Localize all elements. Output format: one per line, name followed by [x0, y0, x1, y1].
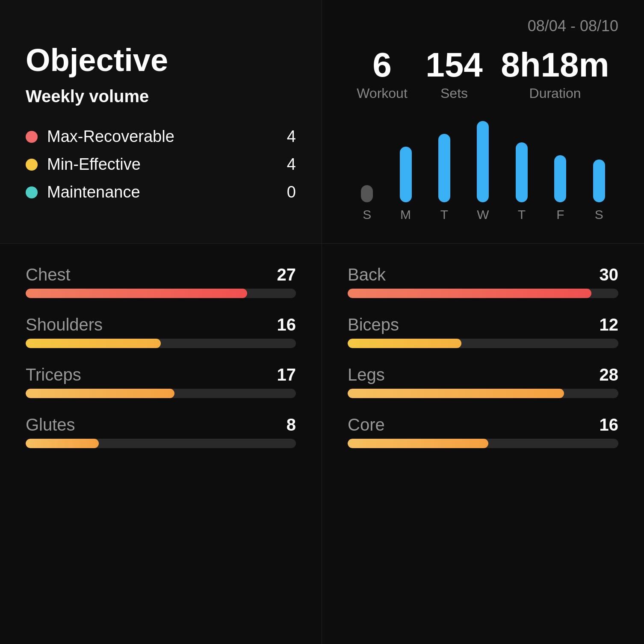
muscle-item-chest: Chest 27 [26, 265, 296, 298]
muscle-name-glutes: Glutes [26, 415, 75, 434]
day-col-1: M [400, 147, 412, 222]
muscle-bar-fill-chest [26, 289, 247, 298]
day-label-2: T [440, 207, 448, 222]
muscle-count-shoulders: 16 [277, 315, 296, 334]
muscle-name-chest: Chest [26, 265, 71, 284]
legend-count-max-recoverable: 4 [287, 127, 296, 146]
top-section: Objective Weekly volume Max-Recoverable … [0, 0, 644, 244]
day-col-5: F [554, 155, 566, 222]
legend-count-min-effective: 4 [287, 155, 296, 174]
day-label-0: S [363, 207, 371, 222]
muscle-count-glutes: 8 [287, 415, 296, 434]
muscle-count-back: 30 [600, 265, 619, 284]
objective-title: Objective [26, 42, 296, 78]
muscle-name-legs: Legs [348, 365, 385, 384]
day-col-3: W [477, 121, 489, 222]
legend-item-min-effective: Min-Effective 4 [26, 155, 296, 174]
muscle-header-core: Core 16 [348, 415, 618, 434]
muscle-bar-track-chest [26, 289, 296, 298]
muscle-count-legs: 28 [600, 365, 619, 384]
legend-label-max-recoverable: Max-Recoverable [47, 127, 278, 146]
weekly-volume-label: Weekly volume [26, 87, 296, 106]
muscle-bar-fill-legs [348, 389, 564, 398]
stats-row: 6 Workout 154 Sets 8h18m Duration [348, 48, 618, 101]
day-bar-1 [400, 147, 412, 202]
day-bar-2 [438, 134, 450, 202]
muscle-item-triceps: Triceps 17 [26, 365, 296, 398]
muscle-header-biceps: Biceps 12 [348, 315, 618, 334]
muscle-count-triceps: 17 [277, 365, 296, 384]
bottom-section: Chest 27 Shoulders 16 Triceps 17 [0, 244, 644, 644]
muscle-count-biceps: 12 [600, 315, 619, 334]
muscle-bar-fill-triceps [26, 389, 174, 398]
muscle-bar-fill-core [348, 439, 488, 448]
workout-label: Workout [357, 86, 408, 101]
legend-item-maintenance: Maintenance 0 [26, 183, 296, 201]
muscle-bar-fill-back [348, 289, 591, 298]
sets-value: 154 [425, 48, 482, 82]
muscle-bar-track-legs [348, 389, 618, 398]
day-bar-6 [593, 160, 605, 202]
legend-dot-max-recoverable [26, 131, 38, 143]
objective-panel: Objective Weekly volume Max-Recoverable … [0, 0, 322, 243]
muscle-bar-track-glutes [26, 439, 296, 448]
workout-stat: 6 Workout [357, 48, 408, 101]
sets-label: Sets [425, 86, 482, 101]
day-col-2: T [438, 134, 450, 222]
calendar-row: S M T W T F S [348, 118, 618, 226]
muscle-bar-track-biceps [348, 339, 618, 348]
workout-value: 6 [357, 48, 408, 82]
muscle-bar-track-back [348, 289, 618, 298]
legend-label-min-effective: Min-Effective [47, 155, 278, 174]
muscle-panel-left: Chest 27 Shoulders 16 Triceps 17 [0, 244, 322, 644]
day-bar-4 [516, 142, 528, 202]
muscle-bar-track-triceps [26, 389, 296, 398]
muscle-name-triceps: Triceps [26, 365, 81, 384]
day-label-4: T [518, 207, 526, 222]
legend-item-max-recoverable: Max-Recoverable 4 [26, 127, 296, 146]
day-col-4: T [516, 142, 528, 222]
muscle-name-biceps: Biceps [348, 315, 399, 334]
muscle-count-core: 16 [600, 415, 619, 434]
muscle-header-legs: Legs 28 [348, 365, 618, 384]
muscle-bar-track-shoulders [26, 339, 296, 348]
day-col-0: S [361, 185, 373, 222]
muscle-name-back: Back [348, 265, 386, 284]
muscle-bar-fill-biceps [348, 339, 461, 348]
muscle-item-core: Core 16 [348, 415, 618, 448]
stats-panel: 08/04 - 08/10 6 Workout 154 Sets 8h18m D… [322, 0, 644, 243]
day-label-5: F [556, 207, 564, 222]
legend-label-maintenance: Maintenance [47, 183, 278, 201]
day-bar-3 [477, 121, 489, 202]
legend-items: Max-Recoverable 4 Min-Effective 4 Mainte… [26, 127, 296, 201]
muscle-header-glutes: Glutes 8 [26, 415, 296, 434]
muscle-item-back: Back 30 [348, 265, 618, 298]
muscle-panel-right: Back 30 Biceps 12 Legs 28 [322, 244, 644, 644]
day-label-6: S [595, 207, 603, 222]
muscle-header-triceps: Triceps 17 [26, 365, 296, 384]
day-bar-0 [361, 185, 373, 202]
duration-label: Duration [501, 86, 609, 101]
sets-stat: 154 Sets [425, 48, 482, 101]
muscle-bar-fill-glutes [26, 439, 99, 448]
muscle-header-back: Back 30 [348, 265, 618, 284]
muscle-item-shoulders: Shoulders 16 [26, 315, 296, 348]
legend-dot-maintenance [26, 186, 38, 198]
muscle-item-glutes: Glutes 8 [26, 415, 296, 448]
muscle-bar-track-core [348, 439, 618, 448]
day-label-1: M [400, 207, 411, 222]
muscle-header-chest: Chest 27 [26, 265, 296, 284]
date-range: 08/04 - 08/10 [348, 17, 618, 35]
legend-dot-min-effective [26, 159, 38, 171]
day-bar-5 [554, 155, 566, 202]
day-col-6: S [593, 160, 605, 222]
duration-value: 8h18m [501, 48, 609, 82]
duration-stat: 8h18m Duration [501, 48, 609, 101]
muscle-name-shoulders: Shoulders [26, 315, 103, 334]
muscle-name-core: Core [348, 415, 385, 434]
muscle-header-shoulders: Shoulders 16 [26, 315, 296, 334]
muscle-item-biceps: Biceps 12 [348, 315, 618, 348]
muscle-count-chest: 27 [277, 265, 296, 284]
muscle-item-legs: Legs 28 [348, 365, 618, 398]
legend-count-maintenance: 0 [287, 183, 296, 201]
